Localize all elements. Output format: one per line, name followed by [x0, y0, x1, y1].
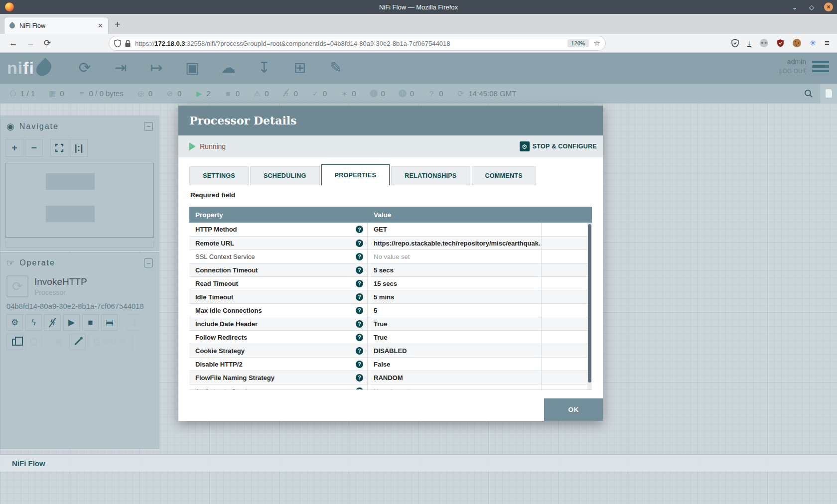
property-value[interactable]: True	[368, 317, 542, 330]
help-icon[interactable]: ?	[356, 280, 363, 287]
group-button[interactable]: ▣	[50, 334, 67, 350]
browser-tab[interactable]: NiFi Flow ✕	[4, 17, 109, 34]
close-icon[interactable]: ×	[824, 2, 833, 11]
help-icon[interactable]: ?	[356, 387, 363, 390]
operate-collapse-button[interactable]: −	[144, 258, 153, 267]
new-tab-button[interactable]: +	[115, 19, 121, 30]
table-row[interactable]: FlowFile Naming Strategy?RANDOM	[189, 371, 592, 384]
zoom-out-button[interactable]: −	[25, 139, 43, 157]
help-icon[interactable]: ?	[356, 226, 363, 233]
help-icon[interactable]: ?	[356, 266, 363, 274]
configure-button[interactable]: ⚙	[6, 314, 23, 331]
help-icon[interactable]: ?	[356, 334, 363, 341]
property-value[interactable]: 5 mins	[368, 290, 542, 303]
property-value[interactable]: 5	[368, 304, 542, 317]
property-value[interactable]: No value set	[368, 384, 542, 390]
disable-button[interactable]: ϟ	[44, 314, 61, 331]
funnel-icon[interactable]: ↧	[253, 57, 275, 79]
processor-icon[interactable]: ⟳	[74, 57, 96, 79]
ok-button[interactable]: OK	[544, 398, 603, 421]
tab-comments[interactable]: COMMENTS	[472, 166, 536, 185]
help-icon[interactable]: ?	[356, 307, 363, 314]
bookmark-star-icon[interactable]: ☆	[594, 39, 600, 48]
birdseye-map[interactable]	[5, 163, 154, 238]
zoom-level-badge[interactable]: 120%	[567, 39, 588, 47]
copy-button[interactable]	[6, 334, 23, 350]
table-row[interactable]: Remote URL?https://repo.stackable.tech/r…	[189, 236, 592, 250]
property-value[interactable]: 15 secs	[368, 277, 542, 290]
tracking-protection-icon[interactable]	[731, 39, 739, 47]
breadcrumb[interactable]: NiFi Flow	[12, 459, 45, 468]
output-port-icon[interactable]: ↦	[145, 57, 167, 79]
tab-close-icon[interactable]: ✕	[98, 22, 103, 29]
reload-icon[interactable]: ⟳	[44, 38, 51, 48]
downloads-icon[interactable]: ↓	[747, 39, 751, 47]
upload-template-button[interactable]: ↥	[126, 314, 142, 331]
process-group-icon[interactable]: ▣	[181, 57, 203, 79]
property-value[interactable]: RANDOM	[368, 371, 542, 384]
property-value[interactable]: https://repo.stackable.tech/repository/m…	[368, 237, 542, 250]
color-button[interactable]	[69, 334, 86, 350]
zoom-actual-button[interactable]: |:|	[70, 139, 88, 157]
maximize-icon[interactable]: ◇	[807, 3, 816, 11]
property-value[interactable]: True	[368, 331, 542, 344]
paste-button[interactable]	[25, 334, 42, 350]
zoom-fit-button[interactable]	[50, 139, 68, 157]
ublock-icon[interactable]	[777, 39, 784, 47]
navigate-collapse-button[interactable]: −	[144, 122, 153, 131]
table-row[interactable]: Connection Timeout?5 secs	[189, 263, 592, 276]
property-value[interactable]: GET	[368, 223, 542, 236]
tab-properties[interactable]: PROPERTIES	[321, 164, 390, 185]
help-icon[interactable]: ?	[356, 374, 363, 381]
input-port-icon[interactable]: ⇥	[110, 57, 132, 79]
table-row[interactable]: Disable HTTP/2?False	[189, 357, 592, 371]
table-row[interactable]: Cookie Strategy?DISABLED	[189, 344, 592, 357]
tab-settings[interactable]: SETTINGS	[189, 166, 249, 185]
table-row[interactable]: Max Idle Connections?5	[189, 303, 592, 317]
zoom-in-button[interactable]: +	[5, 139, 23, 157]
help-icon[interactable]: ?	[356, 347, 363, 355]
property-value[interactable]: False	[368, 358, 542, 371]
lock-icon[interactable]	[125, 40, 131, 47]
scrollbar-thumb[interactable]	[588, 224, 591, 382]
help-icon[interactable]: ?	[356, 361, 363, 368]
stop-button[interactable]: ■	[82, 314, 99, 331]
table-row[interactable]: Read Timeout?15 secs	[189, 276, 592, 290]
label-icon[interactable]: ✎	[325, 57, 347, 79]
table-row[interactable]: Include Date Header?True	[189, 317, 592, 330]
forward-icon[interactable]: →	[26, 38, 35, 48]
help-icon[interactable]: ?	[356, 320, 363, 328]
url-text[interactable]: https://172.18.0.3:32558/nifi/?processGr…	[135, 40, 567, 47]
table-row[interactable]: Idle Timeout?5 mins	[189, 290, 592, 303]
enable-button[interactable]: ϟ	[25, 314, 42, 331]
url-bar[interactable]: https://172.18.0.3:32558/nifi/?processGr…	[109, 36, 606, 51]
table-row[interactable]: HTTP Method?GET	[189, 223, 592, 236]
back-icon[interactable]: ←	[9, 38, 17, 48]
remote-process-group-icon[interactable]: ☁	[217, 57, 239, 79]
search-icon[interactable]	[804, 89, 813, 98]
table-row[interactable]: SSL Context Service?No value set	[189, 250, 592, 263]
start-button[interactable]: ▶	[63, 314, 80, 331]
refresh-icon[interactable]: ⟳	[457, 89, 465, 98]
browser-menu-icon[interactable]: ≡	[825, 38, 830, 48]
table-row[interactable]: Follow Redirects?True	[189, 330, 592, 344]
pinwheel-extension-icon[interactable]: ✳	[810, 38, 816, 48]
table-row[interactable]: Attributes to Send?No value set	[189, 384, 592, 390]
property-value[interactable]: 5 secs	[368, 263, 542, 276]
stop-and-configure-button[interactable]: ⚙ STOP & CONFIGURE	[520, 141, 597, 151]
save-template-button[interactable]: ▤	[101, 314, 118, 331]
logout-link[interactable]: LOG OUT	[779, 68, 806, 75]
property-value[interactable]: No value set	[368, 250, 542, 263]
table-scrollbar[interactable]	[587, 223, 592, 389]
help-icon[interactable]: ?	[356, 253, 363, 260]
delete-button[interactable]: DELETE	[88, 334, 133, 350]
property-value[interactable]: DISABLED	[368, 344, 542, 357]
tab-scheduling[interactable]: SCHEDULING	[250, 166, 320, 185]
help-icon[interactable]: ?	[356, 293, 363, 301]
cookie-extension-icon[interactable]	[793, 39, 801, 47]
minimize-icon[interactable]: ⌄	[790, 3, 799, 11]
tab-relationships[interactable]: RELATIONSHIPS	[391, 166, 470, 185]
help-icon[interactable]: ?	[356, 240, 363, 247]
template-icon[interactable]: ⊞	[289, 57, 311, 79]
global-menu-icon[interactable]	[812, 61, 829, 74]
